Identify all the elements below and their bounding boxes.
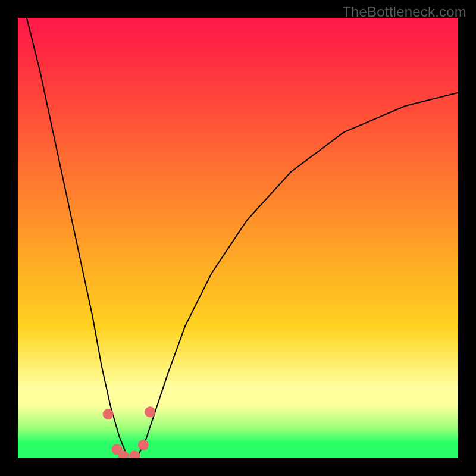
- chart-svg: [18, 18, 458, 458]
- data-marker: [103, 409, 114, 419]
- data-marker: [138, 440, 149, 450]
- plot-area: [18, 18, 458, 458]
- bottleneck-curve: [27, 18, 458, 458]
- data-marker: [129, 450, 140, 458]
- data-marker: [145, 406, 155, 417]
- outer-frame: TheBottleneck.com: [0, 0, 476, 476]
